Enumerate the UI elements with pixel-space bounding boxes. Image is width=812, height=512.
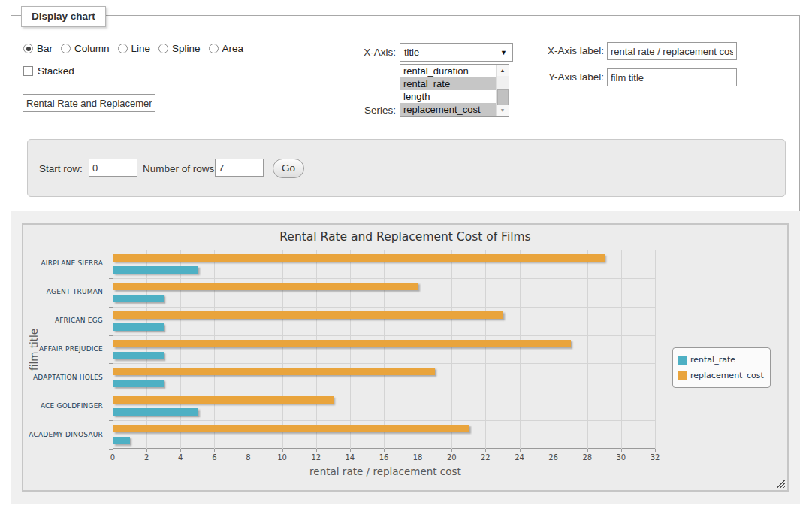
bar-replacement_cost[interactable]: [113, 368, 435, 375]
gridline-vertical: [214, 250, 215, 449]
gridline-horizontal: [113, 420, 655, 421]
bar-rental_rate[interactable]: [113, 437, 130, 444]
bar-rental_rate[interactable]: [113, 352, 164, 359]
go-button[interactable]: Go: [273, 159, 304, 178]
resize-handle-icon[interactable]: [776, 479, 785, 488]
gridline-vertical: [621, 250, 622, 449]
stacked-checkbox-row[interactable]: Stacked: [23, 65, 74, 77]
x-axis-tick-label: 30: [610, 453, 632, 462]
start-row-input[interactable]: [89, 159, 137, 177]
x-axis-tick-label: 20: [440, 453, 463, 462]
x-axis-select[interactable]: title ▼: [400, 43, 513, 62]
chart-type-radio-spline[interactable]: Spline: [158, 43, 201, 54]
chart-type-radio-area[interactable]: Area: [209, 43, 244, 54]
y-axis-tick: [109, 363, 113, 364]
x-axis-label-input[interactable]: [607, 42, 737, 60]
x-axis-tick: [214, 449, 215, 452]
series-option-replacement_cost[interactable]: replacement_cost: [400, 103, 497, 116]
legend-item-rental_rate[interactable]: rental_rate: [678, 352, 764, 368]
gridline-vertical: [180, 250, 181, 449]
series-option-length[interactable]: length: [400, 90, 497, 103]
series-option-rental_rate[interactable]: rental_rate: [400, 77, 497, 90]
scroll-up-icon[interactable]: ▲: [497, 65, 509, 76]
gridline-horizontal: [113, 363, 655, 364]
series-option-rental_duration[interactable]: rental_duration: [400, 65, 497, 77]
chart-type-label: Column: [74, 43, 110, 54]
y-axis-tick: [109, 278, 113, 279]
y-axis-tick: [109, 420, 113, 421]
x-axis-tick-label: 12: [305, 453, 328, 462]
category-label: ACE GOLDFINGER: [23, 402, 103, 410]
x-axis-tick: [316, 449, 317, 452]
gridline-vertical: [146, 250, 147, 449]
chart-type-label: Area: [222, 43, 244, 54]
radio-icon[interactable]: [158, 44, 168, 53]
y-axis-label-input[interactable]: [607, 68, 737, 86]
x-axis-select-label: X-Axis:: [336, 47, 396, 58]
x-axis-tick-label: 4: [169, 453, 192, 462]
chart-title-input[interactable]: [23, 94, 155, 112]
category-label: AFRICAN EGG: [23, 317, 103, 324]
x-axis-tick-label: 28: [576, 453, 599, 462]
bar-rental_rate[interactable]: [113, 323, 164, 331]
bar-rental_rate[interactable]: [113, 408, 198, 416]
bar-rental_rate[interactable]: [113, 380, 164, 387]
series-listbox[interactable]: rental_durationrental_ratelengthreplacem…: [400, 64, 509, 117]
bar-rental_rate[interactable]: [113, 266, 198, 274]
legend-item-replacement_cost[interactable]: replacement_cost: [678, 368, 764, 383]
scroll-down-icon[interactable]: ▼: [497, 105, 509, 116]
bar-replacement_cost[interactable]: [113, 396, 334, 404]
chart-type-radio-group: BarColumnLineSplineArea: [23, 43, 243, 54]
series-label: Series:: [336, 105, 396, 116]
bar-rental_rate[interactable]: [113, 295, 164, 302]
bar-replacement_cost[interactable]: [113, 254, 605, 262]
x-axis-tick-label: 32: [644, 453, 666, 462]
series-scrollbar[interactable]: ▲ ▼: [496, 65, 509, 116]
x-axis-tick: [451, 449, 452, 452]
gridline-horizontal: [113, 307, 655, 308]
y-axis-tick: [109, 392, 113, 392]
gridline-vertical: [587, 250, 588, 449]
radio-icon[interactable]: [118, 44, 128, 53]
x-axis-tick: [113, 449, 113, 452]
number-of-rows-input[interactable]: [215, 159, 264, 177]
gridline-vertical: [316, 250, 317, 449]
y-axis-tick: [109, 335, 113, 336]
x-axis-select-value: title: [404, 47, 419, 58]
gridline-horizontal: [113, 278, 655, 279]
chart-type-radio-line[interactable]: Line: [118, 43, 151, 54]
x-axis-title: rental rate / replacement cost: [114, 465, 657, 477]
x-axis-tick: [520, 449, 521, 452]
category-label: ADAPTATION HOLES: [23, 374, 103, 381]
bar-replacement_cost[interactable]: [113, 283, 418, 290]
scrollbar-thumb[interactable]: [497, 89, 509, 105]
x-axis-tick: [587, 449, 588, 452]
stacked-checkbox[interactable]: [23, 66, 33, 76]
x-axis-tick: [621, 449, 622, 452]
x-axis-tick-label: 26: [542, 453, 565, 462]
chart-type-radio-column[interactable]: Column: [61, 43, 110, 54]
x-axis-tick: [655, 449, 656, 452]
chart-type-radio-bar[interactable]: Bar: [23, 43, 53, 54]
radio-icon[interactable]: [23, 44, 33, 53]
chart-type-label: Bar: [37, 43, 53, 54]
bar-replacement_cost[interactable]: [113, 311, 503, 319]
gridline-vertical: [554, 250, 554, 449]
chart-legend: rental_ratereplacement_cost: [672, 347, 771, 388]
chart-container: Rental Rate and Replacement Cost of Film…: [11, 211, 800, 504]
bar-replacement_cost[interactable]: [113, 425, 469, 432]
x-axis-tick: [350, 449, 351, 452]
x-axis-tick: [418, 449, 418, 452]
number-of-rows-label: Number of rows:: [143, 163, 217, 174]
x-axis-tick-label: 0: [101, 453, 124, 462]
gridline-horizontal: [113, 335, 655, 336]
x-axis-tick: [249, 449, 249, 452]
radio-icon[interactable]: [61, 44, 71, 53]
gridline-vertical: [520, 250, 521, 449]
radio-icon[interactable]: [209, 44, 219, 53]
legend-swatch-icon: [678, 356, 687, 365]
chart-type-label: Spline: [172, 43, 201, 54]
bar-replacement_cost[interactable]: [113, 340, 571, 347]
x-axis-tick-label: 14: [339, 453, 361, 462]
gridline-vertical: [655, 250, 656, 449]
